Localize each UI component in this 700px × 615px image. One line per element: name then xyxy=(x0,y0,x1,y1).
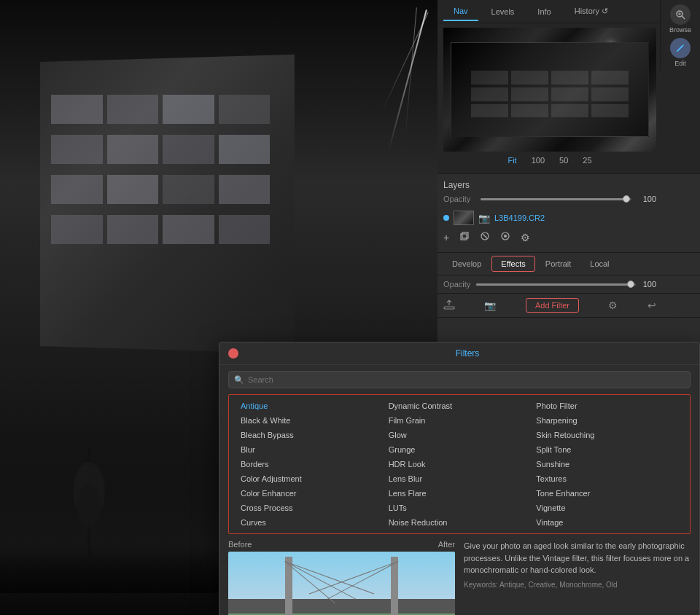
filter-glow[interactable]: Glow xyxy=(386,428,534,442)
tab-portrait[interactable]: Portrait xyxy=(537,256,580,271)
nav-image-bw: ✦ xyxy=(443,28,656,152)
layers-panel: Layers Opacity 100 📷 L3B4199.CR2 + xyxy=(438,174,700,253)
zoom-100[interactable]: 100 xyxy=(529,154,548,166)
delete-layer-button[interactable] xyxy=(480,231,490,243)
filter-column-1: Antique Black & White Bleach Bypass Blur… xyxy=(238,399,386,529)
filter-column-2: Dynamic Contrast Film Grain Glow Grunge … xyxy=(386,399,534,529)
effects-opacity-slider[interactable] xyxy=(476,283,636,286)
filter-grunge[interactable]: Grunge xyxy=(386,443,534,456)
filter-reset-icon[interactable]: ↩ xyxy=(648,299,656,311)
tab-local[interactable]: Local xyxy=(581,256,618,271)
svg-line-1 xyxy=(682,16,685,19)
filter-photo-filter[interactable]: Photo Filter xyxy=(533,399,681,412)
search-icon: 🔍 xyxy=(234,375,244,385)
camera-icon[interactable]: 📷 xyxy=(484,300,496,311)
opacity-slider[interactable] xyxy=(481,198,631,200)
filter-antique[interactable]: Antique xyxy=(238,399,386,412)
tab-develop[interactable]: Develop xyxy=(443,256,490,271)
filter-split-tone[interactable]: Split Tone xyxy=(533,443,681,456)
tab-info[interactable]: Info xyxy=(527,3,561,20)
duplicate-layer-button[interactable] xyxy=(459,231,470,243)
add-filter-row: 📷 Add Filter ⚙ ↩ xyxy=(438,294,700,318)
mask-button[interactable] xyxy=(500,231,510,243)
effects-tabs: Develop Effects Portrait Local xyxy=(438,253,700,275)
edit-icon xyxy=(670,38,691,58)
filter-dynamic-contrast[interactable]: Dynamic Contrast xyxy=(386,399,534,412)
preview-labels: Before After xyxy=(228,540,455,549)
tab-levels[interactable]: Levels xyxy=(481,3,525,20)
filter-black-white[interactable]: Black & White xyxy=(238,414,386,427)
zoom-fit[interactable]: Fit xyxy=(505,154,519,166)
tab-nav[interactable]: Nav xyxy=(443,2,478,21)
tab-effects[interactable]: Effects xyxy=(491,256,534,272)
preview-area: Before After xyxy=(219,540,699,615)
description-text: Give your photo an aged look similar to … xyxy=(464,540,691,576)
nav-building xyxy=(451,42,649,137)
svg-line-7 xyxy=(483,234,487,238)
filter-curves[interactable]: Curves xyxy=(238,516,386,529)
zoom-controls: Fit 100 50 25 xyxy=(443,152,656,169)
effects-opacity-value: 100 xyxy=(636,280,656,289)
filter-noise-reduction[interactable]: Noise Reduction xyxy=(386,516,534,529)
filters-title: Filters xyxy=(244,348,691,359)
svg-rect-5 xyxy=(462,232,468,238)
settings-button[interactable]: ⚙ xyxy=(521,232,530,243)
filter-color-enhancer[interactable]: Color Enhancer xyxy=(238,487,386,500)
opacity-value: 100 xyxy=(636,195,656,203)
filter-vintage[interactable]: Vintage xyxy=(533,516,681,529)
browse-label: Browse xyxy=(669,26,691,34)
filter-tone-enhancer[interactable]: Tone Enhancer xyxy=(533,487,681,500)
search-box: 🔍 xyxy=(228,371,691,388)
layer-camera-icon: 📷 xyxy=(478,213,490,224)
filter-sharpening[interactable]: Sharpening xyxy=(533,414,681,427)
filter-skin-retouching[interactable]: Skin Retouching xyxy=(533,428,681,442)
filter-color-adjustment[interactable]: Color Adjustment xyxy=(238,472,386,485)
zoom-50[interactable]: 50 xyxy=(556,154,571,166)
edit-button[interactable]: Edit xyxy=(670,38,691,67)
layer-toolbar: + ⚙ xyxy=(443,228,656,246)
tab-history[interactable]: History ↺ xyxy=(564,2,618,20)
opacity-label: Opacity xyxy=(443,195,476,203)
filter-bleach-bypass[interactable]: Bleach Bypass xyxy=(238,428,386,442)
svg-rect-10 xyxy=(444,307,454,309)
edit-label: Edit xyxy=(674,60,686,67)
browse-icon xyxy=(670,4,691,25)
filter-borders[interactable]: Borders xyxy=(238,458,386,471)
zoom-25[interactable]: 25 xyxy=(580,154,594,166)
filter-cross-process[interactable]: Cross Process xyxy=(238,501,386,514)
filter-column-3: Photo Filter Sharpening Skin Retouching … xyxy=(533,399,681,529)
filters-dialog: Filters 🔍 Antique Black & White Bleach B… xyxy=(219,342,700,615)
filter-film-grain[interactable]: Film Grain xyxy=(386,414,534,427)
layers-title: Layers xyxy=(443,180,656,190)
bridge-preview: Photo: Hudson Henry xyxy=(228,552,455,615)
search-input[interactable] xyxy=(228,371,691,388)
filter-hdr-look[interactable]: HDR Look xyxy=(386,458,534,471)
preview-section: Before After xyxy=(228,540,455,615)
layer-item[interactable]: 📷 L3B4199.CR2 xyxy=(443,208,656,228)
nav-preview-image: ✦ xyxy=(443,28,656,152)
before-label: Before xyxy=(228,540,252,549)
filter-vignette[interactable]: Vignette xyxy=(533,501,681,514)
add-filter-button[interactable]: Add Filter xyxy=(526,298,579,313)
layers-opacity-row: Opacity 100 xyxy=(443,195,656,203)
filter-luts[interactable]: LUTs xyxy=(386,501,534,514)
effects-opacity-label: Opacity xyxy=(443,280,476,289)
keywords-text: Keywords: Antique, Creative, Monochrome,… xyxy=(464,581,691,589)
filter-sunshine[interactable]: Sunshine xyxy=(533,458,681,471)
add-layer-button[interactable]: + xyxy=(443,232,449,243)
filter-lens-blur[interactable]: Lens Blur xyxy=(386,472,534,485)
filter-textures[interactable]: Textures xyxy=(533,472,681,485)
filter-lens-flare[interactable]: Lens Flare xyxy=(386,487,534,500)
filters-dialog-header: Filters xyxy=(219,342,699,365)
layer-visibility-dot[interactable] xyxy=(443,215,449,221)
upload-icon[interactable] xyxy=(443,299,455,313)
dialog-close-button[interactable] xyxy=(228,348,238,359)
layer-thumbnail xyxy=(454,211,474,225)
browse-button[interactable]: Browse xyxy=(669,4,691,34)
description-area: Give your photo an aged look similar to … xyxy=(455,540,691,615)
after-label: After xyxy=(438,540,455,549)
filter-settings-icon[interactable]: ⚙ xyxy=(608,299,618,311)
filter-blur[interactable]: Blur xyxy=(238,443,386,456)
svg-rect-4 xyxy=(461,234,467,240)
svg-point-9 xyxy=(504,235,507,238)
